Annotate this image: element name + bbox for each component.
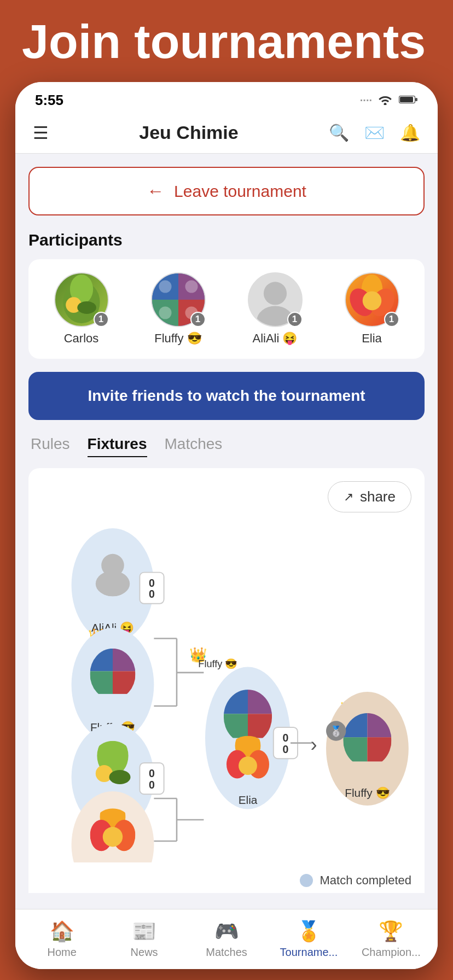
participant-aliali: 1 AliAli 😝 xyxy=(233,272,317,346)
tab-matches[interactable]: Matches xyxy=(165,435,223,457)
champions-icon: 🏆 xyxy=(379,920,403,943)
share-icon: ↗ xyxy=(344,490,353,504)
invite-button-label: Invite friends to watch the tournament xyxy=(88,387,365,404)
svg-point-52 xyxy=(103,827,123,847)
matches-icon: 🎮 xyxy=(214,920,239,943)
invite-friends-button[interactable]: Invite friends to watch the tournament xyxy=(28,372,425,420)
svg-point-25 xyxy=(96,571,130,597)
avatar-wrap-elia: 1 xyxy=(345,272,399,327)
bracket-legend: Match completed Match in progress Match … xyxy=(42,873,411,893)
svg-text:Fluffy 😎: Fluffy 😎 xyxy=(198,658,237,670)
name-aliali: AliAli 😝 xyxy=(252,331,297,346)
nav-news[interactable]: 📰 News xyxy=(103,920,185,959)
wifi-icon xyxy=(378,92,393,109)
svg-text:🥈: 🥈 xyxy=(330,725,342,737)
participant-elia: 1 Elia xyxy=(330,272,414,346)
nav-home[interactable]: 🏠 Home xyxy=(21,920,103,959)
tab-rules[interactable]: Rules xyxy=(31,435,70,457)
share-button[interactable]: ↗ share xyxy=(328,481,411,512)
badge-aliali: 1 xyxy=(287,312,303,327)
badge-elia: 1 xyxy=(384,312,399,327)
nav-matches[interactable]: 🎮 Matches xyxy=(185,920,268,959)
svg-text:Fluffy 😎: Fluffy 😎 xyxy=(345,786,390,800)
search-icon[interactable]: 🔍 xyxy=(329,123,349,142)
battery-icon xyxy=(398,92,418,109)
legend-label-completed: Match completed xyxy=(320,873,411,888)
nav-news-label: News xyxy=(131,946,158,959)
nav-icons: 🔍 ✉️ 🔔 xyxy=(329,123,420,142)
svg-point-14 xyxy=(159,306,171,319)
top-nav: ☰ Jeu Chimie 🔍 ✉️ 🔔 xyxy=(15,114,438,154)
fixtures-card: ↗ share AliAli 😝 0 xyxy=(28,468,425,893)
badge-carlos: 1 xyxy=(94,312,109,327)
svg-text:0: 0 xyxy=(149,588,155,600)
svg-text:0: 0 xyxy=(282,732,288,744)
header-banner: Join tournaments xyxy=(0,0,453,78)
nav-champions[interactable]: 🏆 Champion... xyxy=(350,920,432,959)
name-elia: Elia xyxy=(362,331,382,346)
svg-point-42 xyxy=(109,770,131,784)
name-fluffy: Fluffy 😎 xyxy=(154,331,202,346)
phone-frame: 5:55 ···· ☰ Jeu Chimie 🔍 ✉️ 🔔 ← Leave to… xyxy=(15,82,438,969)
message-icon[interactable]: ✉️ xyxy=(364,123,385,142)
back-arrow-icon: ← xyxy=(147,181,164,201)
svg-text:0: 0 xyxy=(149,767,155,779)
svg-point-12 xyxy=(159,280,171,293)
news-icon: 📰 xyxy=(132,920,156,943)
svg-rect-2 xyxy=(400,97,413,102)
time-display: 5:55 xyxy=(35,92,63,109)
participant-carlos: 1 Carlos xyxy=(39,272,123,346)
svg-text:Elia: Elia xyxy=(239,794,258,806)
nav-home-label: Home xyxy=(48,946,77,959)
fixtures-header: ↗ share xyxy=(42,481,411,512)
nav-champions-label: Champion... xyxy=(362,946,421,959)
svg-point-74 xyxy=(239,756,257,775)
participant-fluffy: 1 Fluffy 😎 xyxy=(136,272,220,346)
svg-text:0: 0 xyxy=(149,779,155,791)
svg-text:›: › xyxy=(310,733,317,756)
leave-tournament-button[interactable]: ← Leave tournament xyxy=(28,167,425,215)
legend-dot-completed xyxy=(300,874,313,887)
avatar-wrap-aliali: 1 xyxy=(248,272,303,327)
svg-point-21 xyxy=(362,291,381,311)
svg-point-13 xyxy=(185,280,198,293)
app-title: Jeu Chimie xyxy=(139,122,238,143)
fixtures-tabs: Rules Fixtures Matches xyxy=(28,435,425,457)
tournament-icon: 🏅 xyxy=(297,920,321,943)
badge-fluffy: 1 xyxy=(190,312,206,327)
svg-point-16 xyxy=(263,282,286,305)
svg-point-7 xyxy=(77,301,96,314)
status-bar: 5:55 ···· xyxy=(15,82,438,114)
avatar-wrap-carlos: 1 xyxy=(54,272,109,327)
nav-matches-label: Matches xyxy=(206,946,247,959)
nav-tournament[interactable]: 🏅 Tourname... xyxy=(268,920,350,959)
nav-tournament-label: Tourname... xyxy=(280,946,338,959)
svg-text:0: 0 xyxy=(282,743,288,755)
tab-fixtures[interactable]: Fixtures xyxy=(88,435,147,457)
home-icon: 🏠 xyxy=(50,920,74,943)
leave-tournament-label: Leave tournament xyxy=(174,182,306,201)
avatar-wrap-fluffy: 1 xyxy=(151,272,206,327)
participants-title: Participants xyxy=(28,231,425,249)
menu-icon[interactable]: ☰ xyxy=(33,122,49,143)
svg-rect-3 xyxy=(415,98,417,101)
tournament-bracket: AliAli 😝 0 0 👑 Fluffy 😎 xyxy=(42,521,411,893)
name-carlos: Carlos xyxy=(64,331,99,346)
legend-completed: Match completed xyxy=(300,873,411,888)
svg-text:0: 0 xyxy=(149,577,155,589)
banner-title: Join tournaments xyxy=(22,16,431,67)
signal-dots-icon: ···· xyxy=(360,94,372,107)
bell-icon[interactable]: 🔔 xyxy=(400,123,420,142)
bottom-navigation: 🏠 Home 📰 News 🎮 Matches 🏅 Tourname... 🏆 … xyxy=(15,909,438,969)
share-label: share xyxy=(360,488,396,505)
status-icons: ···· xyxy=(360,92,418,109)
participants-card: 1 Carlos xyxy=(28,259,425,359)
main-content: ← Leave tournament Participants xyxy=(15,154,438,893)
